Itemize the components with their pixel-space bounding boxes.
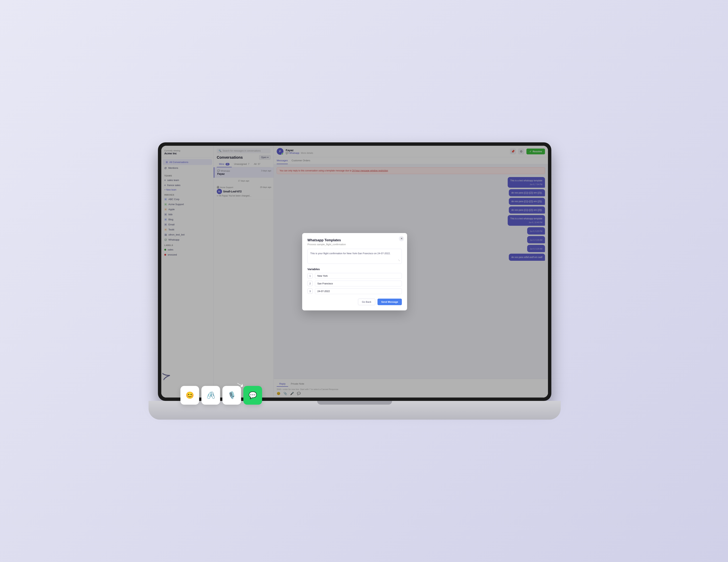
var-number-3: 3 — [307, 288, 313, 294]
send-message-button[interactable]: Send Message — [377, 299, 402, 305]
var-input-2[interactable] — [315, 281, 402, 286]
modal-overlay: ✕ Whatsapp Templates Process sample_flig… — [161, 146, 548, 398]
laptop-screen-border: Currently viewing: Acme Inc ⊞ All Conver… — [158, 142, 551, 401]
laptop-screen: Currently viewing: Acme Inc ⊞ All Conver… — [161, 146, 548, 398]
go-back-button[interactable]: Go Back — [358, 299, 375, 305]
emoji-floating-btn[interactable]: 😊 — [180, 386, 199, 405]
chat-area: F Fayaz 💬 Whatsapp More details — [274, 146, 548, 398]
variable-row-2: 2 — [307, 281, 402, 286]
variable-row-1: 1 — [307, 273, 402, 279]
variables-title: Variables — [307, 268, 402, 271]
var-input-3[interactable] — [315, 288, 402, 294]
whatsapp-templates-modal: ✕ Whatsapp Templates Process sample_flig… — [302, 233, 407, 310]
modal-close-button[interactable]: ✕ — [399, 236, 404, 241]
attach-floating-btn[interactable]: 🖇️ — [201, 386, 220, 405]
page-background: Currently viewing: Acme Inc ⊞ All Conver… — [0, 0, 728, 562]
app-layout: Currently viewing: Acme Inc ⊞ All Conver… — [161, 146, 548, 398]
floating-toolbar: 😊 🖇️ 🎙️ 💬 — [180, 386, 262, 405]
whatsapp-floating-btn[interactable]: 💬 — [243, 386, 262, 405]
variable-row-3: 3 — [307, 288, 402, 294]
var-number-1: 1 — [307, 273, 313, 278]
modal-actions: Go Back Send Message — [307, 299, 402, 305]
laptop-frame: Currently viewing: Acme Inc ⊞ All Conver… — [158, 142, 570, 420]
laptop-notch — [317, 401, 392, 405]
modal-message-box[interactable]: This is your flight confirmation for New… — [307, 249, 402, 264]
var-number-2: 2 — [307, 281, 313, 286]
modal-subtitle: Process sample_flight_confirmation — [307, 243, 402, 246]
modal-title: Whatsapp Templates — [307, 238, 402, 242]
var-input-1[interactable] — [315, 273, 402, 279]
